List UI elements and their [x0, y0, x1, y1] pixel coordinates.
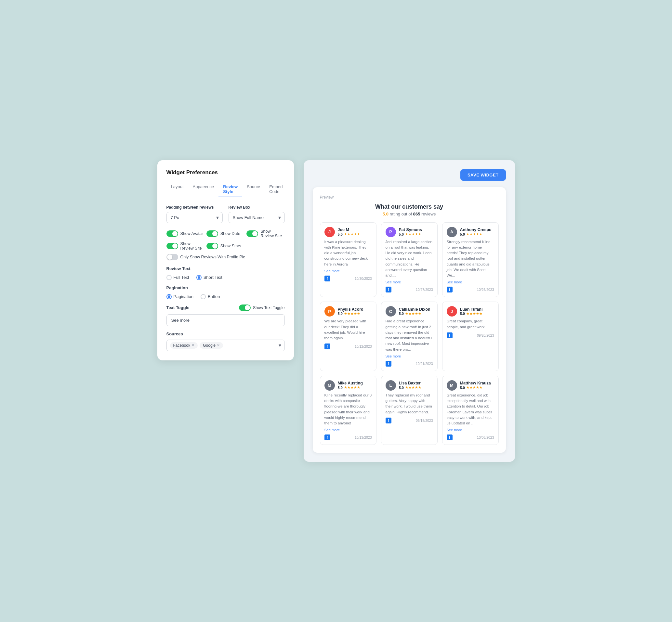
- toggle-show-avatar: Show Avatar: [166, 229, 204, 238]
- tab-source[interactable]: Source: [242, 182, 265, 197]
- radio-full-text-circle: [166, 275, 172, 280]
- review-footer: f 10/12/2023: [325, 344, 372, 349]
- review-card: J Joe M 5.0 ★★★★★ It was a pleasure deal…: [320, 222, 376, 297]
- review-box-label: Review Box: [229, 205, 285, 210]
- radio-pagination[interactable]: Pagination: [166, 294, 194, 299]
- text-toggle-label: Text Toggle: [166, 305, 190, 310]
- only-profile-toggle[interactable]: [166, 254, 178, 260]
- stars-row: 5.0 ★★★★★: [338, 312, 364, 316]
- rating-num: 5.0: [338, 386, 343, 390]
- review-footer: f 09/20/2023: [447, 333, 494, 338]
- remove-google-icon[interactable]: ✕: [217, 343, 220, 347]
- reviewer-info: Calliannie Dixon 5.0 ★★★★★: [399, 307, 431, 316]
- preview-box: Preview What our customers say 5.0 ratin…: [313, 187, 506, 453]
- review-card: J Luan Tufani 5.0 ★★★★★ Great company, g…: [442, 302, 499, 371]
- avatar: M: [447, 380, 457, 391]
- reviewer-name: Matthew Krauza: [460, 381, 491, 385]
- see-more-link[interactable]: See more: [385, 280, 433, 284]
- stars-icons: ★★★★★: [344, 232, 360, 236]
- review-box-select-wrapper: Show Full Name Show First Name: [229, 212, 285, 223]
- see-more-link[interactable]: See more: [325, 428, 372, 432]
- radio-button-circle: [201, 294, 206, 299]
- rating-num: 5.0: [460, 386, 465, 390]
- reviewer-info: Matthew Krauza 5.0 ★★★★★: [460, 381, 491, 390]
- see-more-link[interactable]: See more: [325, 269, 372, 273]
- review-footer: f 10/13/2023: [325, 435, 372, 440]
- stars-row: 5.0 ★★★★★: [399, 385, 421, 390]
- padding-select[interactable]: 7 Px 5 Px 10 Px: [166, 212, 223, 223]
- sources-chevron-icon[interactable]: ▾: [279, 342, 281, 348]
- source-icon: f: [385, 361, 392, 367]
- reviewer-info: Lisa Baxter 5.0 ★★★★★: [399, 381, 421, 390]
- show-review-site-toggle-2[interactable]: [166, 243, 178, 249]
- radio-full-text[interactable]: Full Text: [166, 275, 189, 280]
- review-card: P Phyllis Acord 5.0 ★★★★★ We are very pl…: [320, 302, 376, 371]
- stars-icons: ★★★★★: [344, 312, 360, 316]
- preview-main-heading: What our customers say: [320, 203, 499, 210]
- review-date: 10/12/2023: [355, 344, 372, 348]
- reviewer-row: M Mike Austing 5.0 ★★★★★: [325, 380, 372, 391]
- review-card: M Mike Austing 5.0 ★★★★★ Kline recently …: [320, 376, 376, 445]
- avatar: A: [447, 227, 457, 237]
- source-icon: f: [325, 344, 330, 349]
- source-icon: f: [325, 435, 330, 440]
- see-more-input[interactable]: [166, 314, 285, 326]
- only-profile-label: Only Show Reviews With Profile Pic: [180, 255, 245, 259]
- source-icon: f: [447, 435, 452, 440]
- toggle-show-review-site-2: Show Review Site: [166, 241, 204, 250]
- rating-text: rating out of: [390, 212, 412, 216]
- review-box-select[interactable]: Show Full Name Show First Name: [229, 212, 285, 223]
- see-more-link[interactable]: See more: [447, 280, 494, 284]
- stars-icons: ★★★★★: [405, 232, 421, 236]
- review-text: We are very pleased with our deck! They …: [325, 318, 372, 341]
- padding-reviewbox-row: Padding between reviews 7 Px 5 Px 10 Px …: [166, 205, 285, 223]
- reviewer-info: Mike Austing 5.0 ★★★★★: [338, 381, 363, 390]
- radio-pagination-circle: [166, 294, 172, 299]
- show-date-toggle[interactable]: [206, 231, 218, 237]
- reviewer-info: Anthony Crespo 5.0 ★★★★★: [460, 228, 492, 236]
- tab-appearance[interactable]: Appaeence: [188, 182, 219, 197]
- review-text: Had a great experience gettling a new ro…: [385, 318, 433, 352]
- source-icon: f: [447, 333, 452, 338]
- review-date: 10/26/2023: [477, 287, 494, 291]
- review-date: 10/30/2023: [355, 277, 372, 280]
- source-tag-facebook: Facebook ✕: [170, 342, 198, 349]
- radio-button-label: Button: [208, 294, 220, 299]
- reviewer-name: Luan Tufani: [460, 307, 483, 312]
- see-more-link[interactable]: See more: [447, 428, 494, 432]
- see-more-link[interactable]: See more: [385, 354, 433, 358]
- rating-num: 5.0: [399, 312, 404, 316]
- show-stars-label: Show Stars: [221, 244, 241, 248]
- tab-layout[interactable]: Layout: [166, 182, 188, 197]
- radio-button[interactable]: Button: [201, 294, 220, 299]
- tab-embed-code[interactable]: Embed Code: [265, 182, 287, 197]
- stars-row: 5.0 ★★★★★: [460, 385, 491, 390]
- reviewer-row: M Matthew Krauza 5.0 ★★★★★: [447, 380, 494, 391]
- show-text-toggle[interactable]: [239, 305, 251, 311]
- right-panel: SAVE WIDGET Preview What our customers s…: [304, 160, 515, 462]
- sources-label: Sources: [166, 332, 285, 336]
- tabs-row: Layout Appaeence Review Style Source Emb…: [166, 182, 285, 197]
- reviewer-row: P Phyllis Acord 5.0 ★★★★★: [325, 306, 372, 316]
- show-date-label: Show Date: [221, 231, 240, 236]
- review-count-suffix: reviews: [421, 212, 436, 216]
- toggle-show-stars: Show Stars: [206, 241, 244, 250]
- show-avatar-toggle[interactable]: [166, 231, 178, 237]
- review-date: 09/18/2023: [416, 419, 433, 422]
- reviewer-name: Pat Symons: [399, 228, 422, 232]
- rating-num: 5.0: [338, 312, 343, 316]
- stars-icons: ★★★★★: [466, 232, 482, 236]
- show-stars-toggle[interactable]: [206, 243, 218, 249]
- review-date: 10/06/2023: [477, 436, 494, 439]
- stars-row: 5.0 ★★★★★: [399, 232, 422, 236]
- remove-facebook-icon[interactable]: ✕: [192, 343, 194, 347]
- reviewer-name: Phyllis Acord: [338, 307, 364, 312]
- review-text: It was a pleasure dealing with Kline Ext…: [325, 239, 372, 267]
- show-review-site-label-2: Show Review Site: [180, 241, 204, 250]
- tab-review-style[interactable]: Review Style: [219, 182, 242, 197]
- radio-short-text[interactable]: Short Text: [196, 275, 223, 280]
- show-review-site-toggle-1[interactable]: [246, 231, 258, 237]
- save-btn-row: SAVE WIDGET: [313, 169, 506, 181]
- save-widget-button[interactable]: SAVE WIDGET: [460, 169, 506, 181]
- review-count: 865: [413, 212, 421, 216]
